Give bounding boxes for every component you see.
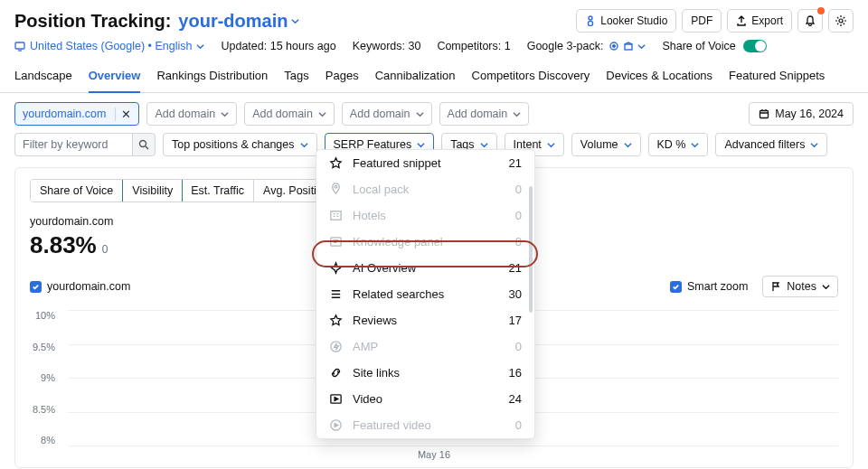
nav-tab-landscape[interactable]: Landscape <box>14 61 72 92</box>
serp-option-label: Site links <box>353 366 500 380</box>
looker-label: Looker Studio <box>600 14 667 27</box>
sov-label: Share of Voice <box>662 40 735 52</box>
add-domain-label: Add domain <box>155 108 215 120</box>
serp-option-featured-snippet[interactable]: Featured snippet21 <box>316 150 534 176</box>
serp-option-count: 0 <box>515 183 522 196</box>
notifications-button[interactable] <box>797 9 823 33</box>
chevron-down-icon <box>547 141 555 149</box>
chevron-down-icon <box>417 141 425 149</box>
volume-filter[interactable]: Volume <box>571 133 641 156</box>
keyword-search-button[interactable] <box>132 133 156 156</box>
serp-option-count: 16 <box>509 366 522 380</box>
nav-tab-overview[interactable]: Overview <box>89 61 141 93</box>
serp-option-label: Video <box>353 392 500 406</box>
updated-text: Updated: 15 hours ago <box>221 40 335 52</box>
keyword-input[interactable] <box>14 133 132 156</box>
location-selector[interactable]: United States (Google) • English <box>14 40 204 52</box>
serp-option-video[interactable]: Video24 <box>316 386 534 412</box>
svg-point-8 <box>140 141 146 147</box>
add-domain-1[interactable]: Add domain <box>146 102 237 126</box>
pdf-button[interactable]: PDF <box>682 9 722 33</box>
y-tick: 8.5% <box>30 404 55 415</box>
serp-option-reviews[interactable]: Reviews17 <box>316 307 534 333</box>
nav-tab-rankings-distribution[interactable]: Rankings Distribution <box>156 61 268 92</box>
monitor-icon <box>14 41 25 52</box>
serp-option-ai-overview[interactable]: AI Overview21 <box>316 255 534 281</box>
date-label: May 16, 2024 <box>775 108 844 120</box>
serp-option-label: Featured snippet <box>353 156 500 170</box>
svg-rect-11 <box>331 238 341 246</box>
export-button[interactable]: Export <box>727 9 792 33</box>
nav-tab-competitors-discovery[interactable]: Competitors Discovery <box>472 61 590 92</box>
nav-tab-featured-snippets[interactable]: Featured Snippets <box>729 61 825 92</box>
nav-tab-devices-locations[interactable]: Devices & Locations <box>606 61 712 92</box>
share-of-voice-toggle[interactable]: Share of Voice <box>662 40 766 52</box>
nav-tab-cannibalization[interactable]: Cannibalization <box>375 61 456 92</box>
add-domain-2[interactable]: Add domain <box>244 102 335 126</box>
advanced-filters[interactable]: Advanced filters <box>715 133 827 156</box>
domain-chip-selected[interactable]: yourdomain.com ✕ <box>14 102 139 126</box>
add-domain-label: Add domain <box>448 108 508 120</box>
segment-share-of-voice[interactable]: Share of Voice <box>31 180 123 202</box>
notes-button[interactable]: Notes <box>762 276 838 297</box>
knowledge-icon <box>329 235 344 249</box>
serp-option-label: Featured video <box>353 418 506 432</box>
segment-visibility[interactable]: Visibility <box>122 179 183 202</box>
search-icon <box>138 139 149 150</box>
serp-option-count: 24 <box>509 392 522 406</box>
looker-icon <box>585 15 596 26</box>
keyword-filter <box>14 133 156 156</box>
chevron-down-icon <box>300 141 308 149</box>
smart-zoom-toggle[interactable]: Smart zoom <box>670 280 748 293</box>
bell-icon <box>804 14 816 27</box>
visibility-delta: 0 <box>102 243 108 256</box>
checkbox-checked[interactable] <box>670 281 682 293</box>
serp-option-count: 21 <box>509 156 522 170</box>
toggle-switch-on[interactable] <box>743 40 767 52</box>
competitors-count: Competitors: 1 <box>437 40 510 52</box>
project-domain-selector[interactable]: your-domain <box>178 11 299 32</box>
checkbox-checked[interactable] <box>30 281 42 293</box>
date-picker[interactable]: May 16, 2024 <box>749 102 854 126</box>
export-label: Export <box>751 14 783 27</box>
top-positions-filter[interactable]: Top positions & changes <box>163 133 317 156</box>
keywords-count: Keywords: 30 <box>353 40 421 52</box>
scrollbar[interactable] <box>529 186 533 313</box>
smart-zoom-label: Smart zoom <box>687 280 748 293</box>
export-icon <box>736 15 747 26</box>
chevron-down-icon <box>221 110 229 118</box>
segment-est-traffic[interactable]: Est. Traffic <box>182 180 254 202</box>
project-domain: your-domain <box>178 11 288 32</box>
hotels-icon <box>329 209 344 222</box>
legend-item[interactable]: yourdomain.com <box>30 280 130 293</box>
google-3pack[interactable]: Google 3-pack: <box>527 40 646 52</box>
domain-chip-label: yourdomain.com <box>23 108 106 120</box>
serp-option-count: 0 <box>515 340 522 353</box>
nav-tab-pages[interactable]: Pages <box>326 61 359 92</box>
ai-overview-icon <box>329 261 344 275</box>
remove-domain-icon[interactable]: ✕ <box>115 108 131 121</box>
chevron-down-icon <box>480 141 488 149</box>
add-domain-4[interactable]: Add domain <box>439 102 530 126</box>
drop-label: KD % <box>657 138 686 151</box>
serp-option-sitelinks[interactable]: Site links16 <box>316 360 534 386</box>
looker-studio-button[interactable]: Looker Studio <box>576 9 676 33</box>
notes-label: Notes <box>787 280 816 293</box>
serp-option-count: 30 <box>509 287 522 301</box>
settings-button[interactable] <box>828 9 854 33</box>
add-domain-3[interactable]: Add domain <box>342 102 432 126</box>
y-tick: 8% <box>30 435 55 446</box>
flag-icon <box>770 281 781 292</box>
kd-filter[interactable]: KD % <box>648 133 709 156</box>
page-title: Position Tracking: <box>14 11 171 32</box>
video-icon <box>329 392 344 406</box>
chevron-down-icon <box>637 42 646 51</box>
serp-option-hotels: Hotels0 <box>316 202 534 229</box>
notification-dot <box>817 7 825 14</box>
serp-option-related[interactable]: Related searches30 <box>316 281 534 307</box>
serp-option-label: Hotels <box>353 209 506 222</box>
svg-point-5 <box>613 45 616 48</box>
chevron-down-icon <box>810 141 818 149</box>
nav-tab-tags[interactable]: Tags <box>284 61 308 92</box>
svg-point-12 <box>331 342 341 352</box>
